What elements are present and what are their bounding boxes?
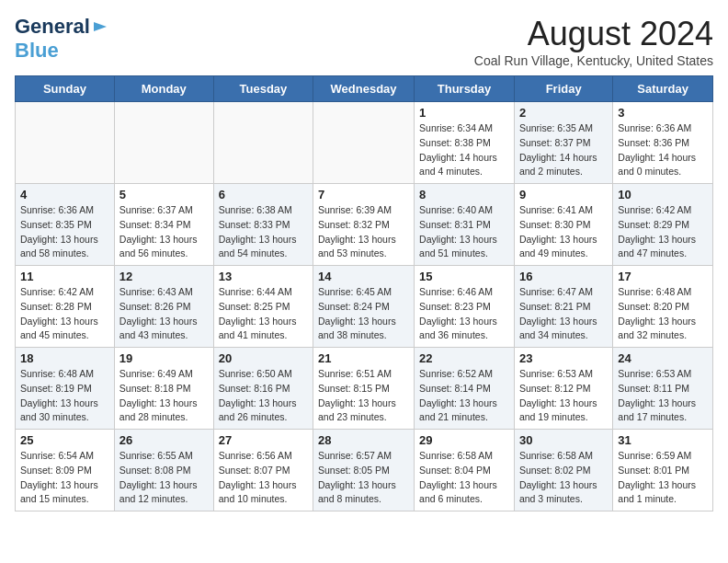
day-number: 9 — [519, 188, 608, 201]
calendar-cell: 10Sunrise: 6:42 AM Sunset: 8:29 PM Dayli… — [613, 184, 713, 266]
column-header-friday: Friday — [514, 76, 612, 102]
calendar-cell: 27Sunrise: 6:56 AM Sunset: 8:07 PM Dayli… — [213, 430, 313, 511]
calendar-cell: 20Sunrise: 6:50 AM Sunset: 8:16 PM Dayli… — [213, 348, 313, 430]
week-row-2: 4Sunrise: 6:36 AM Sunset: 8:35 PM Daylig… — [16, 184, 713, 266]
day-number: 24 — [618, 351, 708, 365]
logo-text-general: General — [15, 15, 90, 39]
logo: General Blue — [15, 15, 108, 63]
calendar-cell: 14Sunrise: 6:45 AM Sunset: 8:24 PM Dayli… — [313, 266, 415, 348]
calendar-cell: 5Sunrise: 6:37 AM Sunset: 8:34 PM Daylig… — [114, 184, 213, 266]
day-info: Sunrise: 6:45 AM Sunset: 8:24 PM Dayligh… — [318, 285, 409, 343]
logo-text-blue: Blue — [15, 39, 59, 63]
day-number: 10 — [618, 188, 708, 201]
day-info: Sunrise: 6:35 AM Sunset: 8:37 PM Dayligh… — [519, 121, 608, 179]
day-number: 23 — [519, 351, 608, 365]
day-info: Sunrise: 6:58 AM Sunset: 8:02 PM Dayligh… — [519, 449, 608, 507]
day-info: Sunrise: 6:48 AM Sunset: 8:20 PM Dayligh… — [618, 285, 708, 343]
day-number: 25 — [20, 433, 109, 447]
calendar-cell: 8Sunrise: 6:40 AM Sunset: 8:31 PM Daylig… — [415, 184, 515, 266]
calendar-cell: 13Sunrise: 6:44 AM Sunset: 8:25 PM Dayli… — [213, 266, 313, 348]
day-number: 28 — [318, 433, 409, 447]
column-header-wednesday: Wednesday — [313, 76, 415, 102]
day-info: Sunrise: 6:48 AM Sunset: 8:19 PM Dayligh… — [20, 367, 109, 425]
calendar-cell: 30Sunrise: 6:58 AM Sunset: 8:02 PM Dayli… — [514, 430, 612, 511]
calendar-cell — [16, 102, 115, 184]
day-info: Sunrise: 6:53 AM Sunset: 8:12 PM Dayligh… — [519, 367, 608, 425]
header-row: SundayMondayTuesdayWednesdayThursdayFrid… — [16, 76, 713, 102]
day-info: Sunrise: 6:43 AM Sunset: 8:26 PM Dayligh… — [119, 285, 209, 343]
calendar-cell: 12Sunrise: 6:43 AM Sunset: 8:26 PM Dayli… — [114, 266, 213, 348]
calendar-cell: 24Sunrise: 6:53 AM Sunset: 8:11 PM Dayli… — [613, 348, 713, 430]
day-info: Sunrise: 6:36 AM Sunset: 8:36 PM Dayligh… — [618, 121, 708, 179]
day-number: 5 — [119, 188, 209, 201]
column-header-saturday: Saturday — [613, 76, 713, 102]
day-info: Sunrise: 6:42 AM Sunset: 8:28 PM Dayligh… — [20, 285, 109, 343]
day-info: Sunrise: 6:50 AM Sunset: 8:16 PM Dayligh… — [219, 367, 308, 425]
day-number: 16 — [519, 270, 608, 283]
logo-icon — [92, 18, 108, 35]
day-info: Sunrise: 6:55 AM Sunset: 8:08 PM Dayligh… — [119, 449, 209, 507]
day-info: Sunrise: 6:49 AM Sunset: 8:18 PM Dayligh… — [119, 367, 209, 425]
location: Coal Run Village, Kentucky, United State… — [474, 53, 713, 68]
day-info: Sunrise: 6:56 AM Sunset: 8:07 PM Dayligh… — [219, 449, 308, 507]
calendar-cell: 15Sunrise: 6:46 AM Sunset: 8:23 PM Dayli… — [415, 266, 515, 348]
day-number: 8 — [419, 188, 509, 201]
day-info: Sunrise: 6:59 AM Sunset: 8:01 PM Dayligh… — [618, 449, 708, 507]
calendar-cell: 21Sunrise: 6:51 AM Sunset: 8:15 PM Dayli… — [313, 348, 415, 430]
day-info: Sunrise: 6:47 AM Sunset: 8:21 PM Dayligh… — [519, 285, 608, 343]
calendar-cell: 16Sunrise: 6:47 AM Sunset: 8:21 PM Dayli… — [514, 266, 612, 348]
week-row-3: 11Sunrise: 6:42 AM Sunset: 8:28 PM Dayli… — [16, 266, 713, 348]
day-info: Sunrise: 6:46 AM Sunset: 8:23 PM Dayligh… — [419, 285, 509, 343]
calendar-cell: 31Sunrise: 6:59 AM Sunset: 8:01 PM Dayli… — [613, 430, 713, 511]
day-info: Sunrise: 6:51 AM Sunset: 8:15 PM Dayligh… — [318, 367, 409, 425]
calendar-cell: 9Sunrise: 6:41 AM Sunset: 8:30 PM Daylig… — [514, 184, 612, 266]
day-number: 14 — [318, 270, 409, 283]
column-header-sunday: Sunday — [16, 76, 115, 102]
column-header-thursday: Thursday — [415, 76, 515, 102]
day-info: Sunrise: 6:34 AM Sunset: 8:38 PM Dayligh… — [419, 121, 509, 179]
calendar-cell: 2Sunrise: 6:35 AM Sunset: 8:37 PM Daylig… — [514, 102, 612, 184]
day-number: 30 — [519, 433, 608, 447]
column-header-tuesday: Tuesday — [213, 76, 313, 102]
day-number: 29 — [419, 433, 509, 447]
day-number: 12 — [119, 270, 209, 283]
calendar-cell: 1Sunrise: 6:34 AM Sunset: 8:38 PM Daylig… — [415, 102, 515, 184]
day-number: 18 — [20, 351, 109, 365]
calendar-cell — [114, 102, 213, 184]
week-row-4: 18Sunrise: 6:48 AM Sunset: 8:19 PM Dayli… — [16, 348, 713, 430]
calendar-table: SundayMondayTuesdayWednesdayThursdayFrid… — [15, 75, 713, 511]
calendar-cell: 23Sunrise: 6:53 AM Sunset: 8:12 PM Dayli… — [514, 348, 612, 430]
calendar-cell: 26Sunrise: 6:55 AM Sunset: 8:08 PM Dayli… — [114, 430, 213, 511]
calendar-cell: 3Sunrise: 6:36 AM Sunset: 8:36 PM Daylig… — [613, 102, 713, 184]
day-number: 21 — [318, 351, 409, 365]
day-number: 22 — [419, 351, 509, 365]
column-header-monday: Monday — [114, 76, 213, 102]
day-number: 17 — [618, 270, 708, 283]
day-info: Sunrise: 6:44 AM Sunset: 8:25 PM Dayligh… — [219, 285, 308, 343]
day-info: Sunrise: 6:58 AM Sunset: 8:04 PM Dayligh… — [419, 449, 509, 507]
calendar-cell: 17Sunrise: 6:48 AM Sunset: 8:20 PM Dayli… — [613, 266, 713, 348]
week-row-5: 25Sunrise: 6:54 AM Sunset: 8:09 PM Dayli… — [16, 430, 713, 511]
day-info: Sunrise: 6:41 AM Sunset: 8:30 PM Dayligh… — [519, 203, 608, 261]
day-info: Sunrise: 6:37 AM Sunset: 8:34 PM Dayligh… — [119, 203, 209, 261]
day-number: 2 — [519, 106, 608, 120]
day-info: Sunrise: 6:42 AM Sunset: 8:29 PM Dayligh… — [618, 203, 708, 261]
day-number: 13 — [219, 270, 308, 283]
week-row-1: 1Sunrise: 6:34 AM Sunset: 8:38 PM Daylig… — [16, 102, 713, 184]
calendar-cell: 29Sunrise: 6:58 AM Sunset: 8:04 PM Dayli… — [415, 430, 515, 511]
day-number: 3 — [618, 106, 708, 120]
calendar-cell: 4Sunrise: 6:36 AM Sunset: 8:35 PM Daylig… — [16, 184, 115, 266]
calendar-cell: 7Sunrise: 6:39 AM Sunset: 8:32 PM Daylig… — [313, 184, 415, 266]
calendar-cell: 19Sunrise: 6:49 AM Sunset: 8:18 PM Dayli… — [114, 348, 213, 430]
calendar-cell: 11Sunrise: 6:42 AM Sunset: 8:28 PM Dayli… — [16, 266, 115, 348]
title-block: August 2024 Coal Run Village, Kentucky, … — [474, 15, 713, 68]
day-number: 20 — [219, 351, 308, 365]
calendar-cell: 22Sunrise: 6:52 AM Sunset: 8:14 PM Dayli… — [415, 348, 515, 430]
calendar-cell: 25Sunrise: 6:54 AM Sunset: 8:09 PM Dayli… — [16, 430, 115, 511]
month-title: August 2024 — [474, 15, 713, 53]
day-number: 4 — [20, 188, 109, 201]
day-number: 19 — [119, 351, 209, 365]
day-info: Sunrise: 6:36 AM Sunset: 8:35 PM Dayligh… — [20, 203, 109, 261]
day-info: Sunrise: 6:38 AM Sunset: 8:33 PM Dayligh… — [219, 203, 308, 261]
page-header: General Blue August 2024 Coal Run Villag… — [15, 15, 713, 68]
